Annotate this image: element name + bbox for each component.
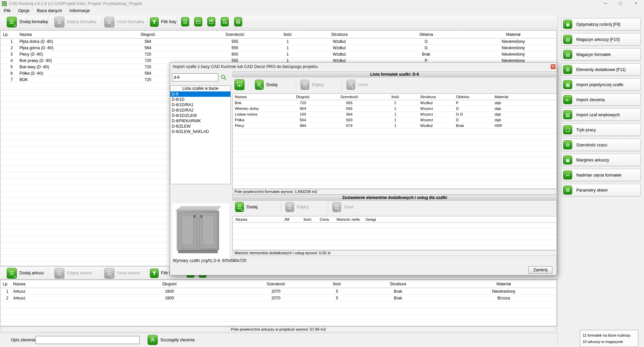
sidebar-sheet-storage-button[interactable]: ▤Magazyn arkuszy [F10] (561, 33, 641, 46)
cell: Wzdłuż (418, 100, 454, 106)
dialog-close-button[interactable]: Zamknij (528, 266, 552, 274)
delete-sheet-icon: ☰✕ (104, 268, 114, 279)
table-row[interactable]: 2Arkusz280020705BrakBrzoza (0, 295, 556, 301)
search-icon[interactable] (220, 74, 227, 81)
sidebar-cut-excess-button[interactable]: ✂Nadmiar cięcia formatek (561, 169, 641, 181)
list-item[interactable]: D-6/1D/RA2 (170, 108, 230, 113)
table-row[interactable]: Listwa nośna1005641WszerzG Ddąb (233, 112, 556, 117)
services-header: Zestawienie elementów dodatkowych i usłu… (232, 195, 557, 201)
sidebar-label: Import szaf wnękowych (576, 113, 620, 117)
cell: Plecy (D -60) (17, 51, 105, 58)
table-row[interactable]: 3Plecy (D -60)7206001WzdłużBrakNieokreśl… (0, 51, 556, 58)
cell: Wszerz (418, 106, 454, 112)
dialog-edit-format-button: Edytuj (312, 79, 324, 90)
sidebar-optimize-button[interactable]: ◉Optymalizuj rozkrój [F9] (561, 18, 641, 30)
cell: G D (454, 112, 493, 117)
cell: Nieokreślony (470, 39, 556, 45)
cell: 1 (279, 45, 297, 51)
order-details-icon[interactable] (148, 335, 158, 345)
cabinet-plinth (178, 250, 218, 253)
add-sheet-button[interactable]: Dodaj arkusz (19, 267, 44, 279)
sidebar-import-wardrobes-button[interactable]: ▥Import szaf wnękowych (561, 109, 641, 121)
table-row[interactable]: Plecy6845741WzdłużBrakHDF (233, 123, 556, 129)
work-mode-icon: ❏ (563, 125, 572, 134)
menu-informacje[interactable]: Informacje (66, 7, 94, 14)
table-row[interactable]: Bok7205552WzdłużPdąb (233, 100, 556, 106)
filter-list-button[interactable]: Filtr listy (161, 15, 176, 28)
sidebar-import-order-button[interactable]: ⇤Import zlecenia (561, 93, 641, 106)
order-details-button[interactable]: Szczegóły zlecenia (160, 338, 195, 342)
filter-icon[interactable] (150, 269, 159, 278)
table-row[interactable]: Półka5645001WszerzDdąb (233, 117, 556, 123)
table-header: Lp. Nazwa Długość Szerokość Ilość Strukt… (0, 30, 556, 39)
minimize-button[interactable]: ─ (598, 0, 613, 7)
dialog-close-icon[interactable]: x (551, 64, 555, 69)
dialog-title[interactable]: Import szafki z bazy CAD Kuchnie lub CAD… (173, 64, 318, 69)
table-row[interactable]: 1Arkusz280020705BrakNieokreślony (0, 288, 556, 295)
sidebar-import-cabinet-button[interactable]: ▦Import pojedynczej szafki (561, 78, 641, 91)
cabinet-icon: ▦ (563, 80, 572, 89)
table-header: Nazwa JM Ilość Cena Wartość netto Uwagi (233, 216, 556, 223)
title-bar[interactable]: CAD Rozkrój v.4.1.6 (c) CADProjekt K&A; … (0, 0, 644, 7)
toolbar-separator (48, 16, 48, 27)
table-header: Nazwa Długość Szerokość Ilość Struktura … (233, 94, 556, 100)
cell: 5 (329, 288, 345, 295)
menu-baza-danych[interactable]: Baza danych (33, 7, 66, 14)
menu-plik[interactable]: Plik (0, 7, 14, 14)
table-row[interactable]: 2Płyta górna (D -60)5645551WzdłużGNieokr… (0, 45, 556, 51)
dialog-edit-service-button: Edytuj (297, 202, 309, 212)
sidebar-sheet-margin-button[interactable]: ▣Margines arkuszy (561, 154, 641, 166)
list-item[interactable]: D-6/PIEKARNIK (170, 118, 230, 124)
cell: HDF (492, 123, 556, 129)
list-item[interactable]: D-6/1D/RA1 (170, 102, 230, 108)
export-doc-icon[interactable] (221, 17, 229, 26)
new-list-icon[interactable] (181, 17, 189, 26)
header-cell: JM (284, 216, 289, 222)
add-sheet-icon[interactable]: ☰+ (7, 268, 17, 279)
cell: Brak (454, 123, 493, 129)
filter-icon[interactable] (150, 17, 159, 27)
sidebar-kerf-width-button[interactable]: ⚙Szerokość rzazu (561, 139, 641, 151)
list-item[interactable]: D-6/ZLEW_NAKLAD (170, 129, 230, 134)
sidebar-work-mode-button[interactable]: ❏Tryb pracy (561, 124, 641, 136)
close-button[interactable]: × (628, 0, 644, 7)
dialog-add-format-button[interactable]: Dodaj (266, 79, 277, 90)
sidebar-veneer-params-button[interactable]: ⌘Parametry oklein (561, 184, 641, 196)
cell: 7 (0, 77, 17, 83)
add-format-button[interactable]: Dodaj formatkę (19, 15, 48, 28)
save-file-icon[interactable] (207, 17, 215, 26)
sidebar-label: Import zlecenia (576, 97, 605, 102)
header-cell: Ilość (372, 94, 418, 100)
table-row[interactable]: Wieniec dolny5645551WszerzDdąb (233, 106, 556, 112)
app-window: { "window": { "title": "CAD Rozkrój v.4.… (0, 0, 644, 347)
cabinet-listbox[interactable]: D-6 D-6/1D D-6/1D/RA1 D-6/1D/RA2 D-6/1D/… (170, 91, 231, 184)
order-description-input[interactable] (36, 336, 140, 344)
table-body: 1Arkusz280020705BrakNieokreślony 2Arkusz… (0, 288, 556, 326)
dialog-add-format-icon[interactable]: ☰+ (255, 80, 264, 90)
list-item[interactable]: D-6/1D (170, 97, 230, 102)
dialog-add-service-icon[interactable]: ☰+ (235, 202, 244, 212)
sidebar-format-storage-button[interactable]: ▤Magazyn formatek (561, 48, 641, 61)
status-formats-count: 11 formatek na liście rozkroju (583, 332, 638, 339)
header-cell: Ilość (329, 280, 345, 288)
cell: Brak (345, 295, 451, 301)
menu-opcje[interactable]: Opcje (14, 7, 33, 14)
list-item[interactable]: D-6 (170, 91, 230, 97)
sheets-area-note: Pole powierzchni arkuszy w projekcie wyn… (1, 327, 556, 332)
print-icon[interactable] (234, 17, 242, 26)
sheets-table: Lp. Nazwa Długość Szerokość Ilość Strukt… (0, 280, 557, 326)
list-item[interactable]: D-6/1D/ZLEW (170, 113, 230, 118)
cell: 1 (372, 106, 418, 112)
import-formats-icon[interactable] (234, 79, 245, 90)
cell: dąb (492, 100, 556, 106)
dialog-add-service-button[interactable]: Dodaj (247, 202, 258, 212)
dialog-edit-format-icon: ☰✓ (301, 80, 309, 90)
restore-button[interactable]: □ (613, 0, 628, 7)
toolbar-separator (177, 16, 177, 27)
cabinet-search-input[interactable] (172, 73, 218, 81)
sidebar-additional-elements-button[interactable]: ⊞Elementy dodatkowe [F11] (561, 63, 641, 76)
table-row[interactable]: 1Płyta dolna (D -60)5645551WzdłużDNieokr… (0, 39, 556, 45)
open-file-icon[interactable] (194, 17, 202, 26)
list-item[interactable]: D-6/ZLEW (170, 124, 230, 129)
add-format-icon[interactable]: ☰+ (7, 17, 17, 27)
